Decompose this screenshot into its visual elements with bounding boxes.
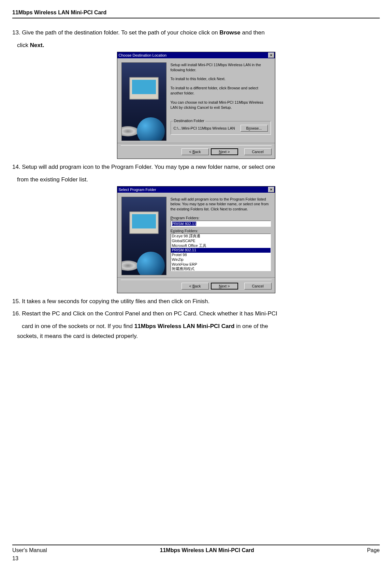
text-bold: 11Mbps Wireless LAN Mini-PCI Card	[134, 323, 235, 329]
list-item[interactable]: Dr.eye 98 譯典通	[171, 234, 271, 239]
text: 13. Give the path of the destination fol…	[12, 29, 219, 36]
text: To install to this folder, click Next.	[171, 76, 271, 82]
title-text: Choose Destination Location	[119, 53, 167, 57]
close-icon[interactable]: ✕	[268, 187, 274, 192]
list-item[interactable]: Protel 98	[171, 253, 271, 257]
next-button[interactable]: Next >	[211, 148, 238, 155]
dialog-select-program-folder: Select Program Folder ✕ Setup will add p…	[117, 186, 275, 293]
input-value: PRISM 802.11	[172, 222, 197, 226]
step-14: 14. Setup will add program icon to the P…	[12, 162, 380, 172]
footer-center: 11Mbps Wireless LAN Mini-PCI Card	[160, 547, 254, 553]
footer-right: Page	[367, 547, 380, 553]
destination-path: C:\...\Mini-PCI 11Mbps Wireless LAN	[174, 126, 235, 130]
wizard-graphic	[121, 197, 166, 275]
list-item[interactable]: GlobalSCAPE	[171, 239, 271, 243]
text: You can choose not to install Mini-PCI 1…	[171, 100, 271, 110]
list-item[interactable]: WorkFlow ERP	[171, 262, 271, 267]
list-item[interactable]: PRISM 802.11	[171, 248, 271, 253]
step-14-cont: from the existing Folder list.	[12, 175, 380, 185]
program-folder-input[interactable]: PRISM 802.11	[171, 221, 271, 227]
back-button[interactable]: < Back	[182, 283, 209, 290]
dialog-choose-destination: Choose Destination Location ✕ Setup will…	[117, 52, 275, 159]
text: and then	[241, 29, 265, 36]
step-15: 15. It takes a few seconds for copying t…	[12, 297, 380, 307]
browse-button[interactable]: Browse...	[241, 125, 268, 132]
list-item[interactable]: WinZip	[171, 257, 271, 262]
destination-group: Destination Folder C:\...\Mini-PCI 11Mbp…	[171, 121, 271, 135]
step-16-cont: card in one of the sockets or not. If yo…	[12, 322, 380, 331]
next-button[interactable]: Next >	[211, 283, 238, 290]
text: card in one of the sockets or not. If yo…	[22, 323, 134, 329]
step-13-cont: click Next.	[12, 41, 380, 50]
existing-folders-list[interactable]: Dr.eye 98 譯典通GlobalSCAPEMicrosoft Office…	[171, 234, 271, 271]
step-16-end: sockets, it means the card is detected p…	[12, 331, 380, 341]
text-bold: Browse	[219, 29, 240, 36]
titlebar: Choose Destination Location ✕	[117, 52, 275, 58]
text: Setup will add program icons to the Prog…	[171, 197, 271, 212]
page-number: 13	[12, 555, 18, 562]
back-button[interactable]: < Back	[182, 148, 209, 155]
footer-left: User's Manual	[12, 547, 47, 553]
list-item[interactable]: 附屬應用程式	[171, 267, 271, 271]
step-16: 16. Restart the PC and Click on the Cont…	[12, 309, 380, 319]
text: To install to a different folder, click …	[171, 86, 271, 96]
title-text: Select Program Folder	[119, 188, 156, 192]
list-item[interactable]: Microsoft Office 工具	[171, 243, 271, 248]
cancel-button[interactable]: Cancel	[244, 148, 272, 155]
text: click	[17, 42, 30, 48]
close-icon[interactable]: ✕	[268, 53, 274, 58]
text: Setup will install Mini-PCI 11Mbps Wirel…	[171, 62, 271, 73]
titlebar: Select Program Folder ✕	[117, 187, 275, 193]
page-header: 11Mbps Wireless LAN Mini-PCI Card	[12, 10, 380, 18]
group-legend: Destination Folder	[173, 119, 205, 123]
wizard-graphic	[121, 62, 166, 141]
page-footer: User's Manual 11Mbps Wireless LAN Mini-P…	[12, 545, 380, 553]
text: in one of the	[234, 323, 268, 329]
program-folders-label: Program Folders:	[171, 216, 271, 220]
existing-folders-label: Existing Folders:	[171, 229, 271, 233]
text-bold: Next.	[30, 42, 44, 48]
cancel-button[interactable]: Cancel	[244, 283, 272, 290]
step-13: 13. Give the path of the destination fol…	[12, 28, 380, 38]
